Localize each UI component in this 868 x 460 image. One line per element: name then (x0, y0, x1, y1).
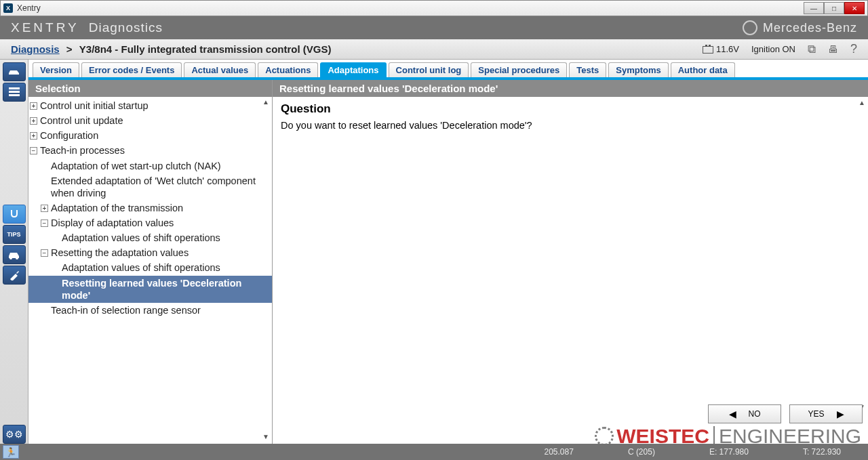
tree-item-label: Adaptation of the transmission (51, 202, 268, 214)
tree-item-label: Display of adaptation values (51, 217, 268, 229)
brand-label: XENTRY (11, 20, 79, 35)
tab-error-codes-events[interactable]: Error codes / Events (81, 62, 182, 77)
scroll-down-icon[interactable]: ▼ (261, 433, 271, 442)
tab-actual-values[interactable]: Actual values (184, 62, 256, 77)
status-d: T: 722.930 (776, 447, 868, 457)
rail-car-button[interactable] (3, 245, 26, 264)
tree-item[interactable]: Adaptation values of shift operations (28, 260, 272, 275)
tree-item[interactable]: Resetting learned values 'Deceleration m… (28, 276, 272, 303)
tree-item-label: Adaptation values of shift operations (62, 262, 268, 274)
yes-label: YES (808, 409, 824, 419)
tree-item-label: Teach-in of selection range sensor (51, 304, 268, 316)
tree-item-label: Resetting the adaptation values (51, 247, 268, 259)
help-icon[interactable]: ? (850, 42, 857, 56)
close-button[interactable]: ✕ (844, 2, 865, 14)
breadcrumb-bar: Diagnosis > Y3/8n4 - Fully integrated tr… (0, 39, 868, 60)
status-a: 205.087 (517, 447, 600, 457)
tree-item-label: Resetting learned values 'Deceleration m… (62, 277, 268, 301)
print-icon[interactable]: 🖶 (828, 43, 838, 55)
expand-icon[interactable]: − (41, 249, 48, 257)
breadcrumb-link[interactable]: Diagnosis (11, 43, 60, 55)
maximize-button[interactable]: □ (824, 2, 844, 14)
tree-item-label: Adaptation values of shift operations (62, 232, 268, 244)
tab-bar: VersionError codes / EventsActual values… (28, 60, 868, 80)
selection-tree: +Control unit initial startup+Control un… (28, 97, 272, 358)
triangle-left-icon: ◀ (729, 409, 736, 419)
svg-point-3 (9, 257, 12, 259)
left-rail: TIPS ⚙⚙ (0, 60, 28, 444)
battery-status: 11.6V (703, 44, 739, 54)
no-button[interactable]: ◀NO (708, 404, 781, 423)
expand-icon[interactable]: − (41, 219, 48, 227)
tab-control-unit-log[interactable]: Control unit log (389, 62, 469, 77)
rail-diagnosis-button[interactable] (3, 205, 26, 224)
tree-item[interactable]: +Control unit initial startup (28, 98, 272, 113)
tree-item[interactable]: Adaptation of wet start-up clutch (NAK) (28, 159, 272, 173)
tab-author-data[interactable]: Author data (671, 62, 735, 77)
copy-icon[interactable]: ⧉ (808, 43, 816, 56)
tree-item[interactable]: +Configuration (28, 128, 272, 143)
no-label: NO (749, 409, 761, 419)
triangle-right-icon: ▶ (837, 409, 844, 419)
mercedes-label: Mercedes-Benz (763, 21, 857, 35)
svg-rect-2 (9, 94, 20, 96)
tree-item[interactable]: −Display of adaptation values (28, 215, 272, 230)
header-subtitle: Diagnostics (89, 20, 163, 35)
svg-point-4 (16, 257, 18, 259)
content-header: Resetting learned values 'Deceleration m… (273, 80, 868, 97)
expand-icon[interactable]: + (30, 117, 37, 125)
rail-list-button[interactable] (3, 83, 26, 102)
rail-vehicle-button[interactable] (3, 62, 26, 81)
tab-version[interactable]: Version (33, 62, 79, 77)
tree-item-label: Teach-in processes (40, 144, 268, 156)
tree-item-label: Configuration (40, 129, 268, 142)
question-text: Do you want to reset learned values 'Dec… (281, 120, 860, 131)
yes-button[interactable]: YES▶ (789, 404, 863, 423)
tree-item[interactable]: −Teach-in processes (28, 143, 272, 158)
rail-settings-button[interactable]: ⚙⚙ (3, 425, 26, 444)
rail-tips-button[interactable]: TIPS (3, 225, 26, 244)
window-title: Xentry (17, 3, 804, 13)
status-b: C (205) (601, 447, 682, 457)
app-icon: X (3, 3, 13, 13)
tree-item[interactable]: +Control unit update (28, 113, 272, 128)
expand-icon[interactable]: + (41, 205, 48, 212)
tab-symptoms[interactable]: Symptoms (608, 62, 668, 77)
app-header: XENTRY Diagnostics Mercedes-Benz (0, 16, 868, 39)
tab-adaptations[interactable]: Adaptations (320, 62, 386, 77)
running-man-icon[interactable]: 🏃 (3, 445, 19, 459)
expand-icon[interactable]: − (30, 147, 37, 154)
breadcrumb-separator: > (64, 43, 75, 55)
question-heading: Question (281, 102, 860, 116)
status-bar: 🏃 205.087 C (205) E: 177.980 T: 722.930 (0, 444, 868, 460)
scroll-up-icon[interactable]: ▲ (261, 98, 271, 108)
mercedes-logo: Mercedes-Benz (743, 20, 857, 35)
breadcrumb-current: Y3/8n4 - Fully integrated transmission c… (79, 43, 332, 55)
selection-header: Selection (28, 80, 272, 97)
tree-item[interactable]: +Adaptation of the transmission (28, 201, 272, 215)
star-icon (743, 20, 757, 35)
ignition-status: Ignition ON (751, 44, 795, 54)
tab-actuations[interactable]: Actuations (258, 62, 318, 77)
tab-tests[interactable]: Tests (569, 62, 606, 77)
tree-item-label: Control unit update (40, 114, 268, 127)
tree-item-label: Control unit initial startup (40, 100, 268, 112)
tree-item[interactable]: −Resetting the adaptation values (28, 245, 272, 260)
battery-icon (703, 46, 713, 54)
svg-rect-1 (9, 91, 20, 93)
window-titlebar: X Xentry — □ ✕ (0, 0, 868, 16)
tree-item-label: Extended adaptation of 'Wet clutch' comp… (51, 175, 268, 199)
tab-special-procedures[interactable]: Special procedures (471, 62, 567, 77)
expand-icon[interactable]: + (30, 132, 37, 140)
tree-item[interactable]: Extended adaptation of 'Wet clutch' comp… (28, 173, 272, 201)
rail-tool-button[interactable] (3, 266, 26, 285)
svg-rect-0 (9, 87, 20, 89)
tree-item[interactable]: Adaptation values of shift operations (28, 230, 272, 245)
status-c: E: 177.980 (682, 447, 776, 457)
expand-icon[interactable]: + (30, 102, 37, 110)
tree-item[interactable]: Teach-in of selection range sensor (28, 303, 272, 318)
minimize-button[interactable]: — (804, 2, 824, 14)
tree-item-label: Adaptation of wet start-up clutch (NAK) (51, 160, 268, 172)
